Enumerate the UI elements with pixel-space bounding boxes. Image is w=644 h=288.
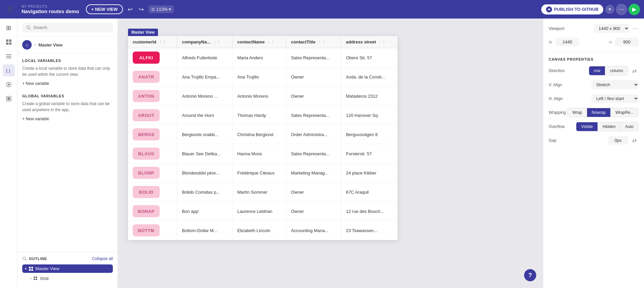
halign-select[interactable]: Left / flex-start [591, 94, 639, 103]
w-label: W [549, 40, 552, 44]
publish-button[interactable]: ⎈ PUBLISH TO GITHUB [541, 4, 603, 14]
col-companyName[interactable]: companyNa... ↑ ⋮ [177, 36, 232, 48]
topbar-actions: ⎈ PUBLISH TO GITHUB ▾ ⋯ ▶ [541, 4, 640, 15]
direction-column-button[interactable]: column [605, 66, 628, 75]
cell-addressStreet: Mataderos 2312 [341, 87, 397, 106]
h-input[interactable] [615, 38, 639, 46]
chevron-down-icon: ▾ [25, 267, 27, 270]
col-contactTitle[interactable]: contactTitle ↑ ⋮ [286, 36, 341, 48]
gap-swap-button[interactable]: ⇄ [630, 136, 639, 144]
overflow-row: Overflow Visible Hidden Auto [549, 122, 639, 131]
viewport-select[interactable]: 1440 x 900 [594, 24, 629, 33]
data-icon-button[interactable] [3, 50, 15, 62]
outline-grid-item[interactable]: › Grid [22, 274, 113, 283]
wrap-button[interactable]: Wrap [568, 108, 587, 117]
outline-master-view-item[interactable]: ▾ Master View [22, 264, 113, 273]
canvas-frame: Master View customerId ↑ ⋮ companyNa... … [128, 29, 397, 240]
cell-contactTitle: Owner [286, 202, 341, 221]
global-variables-title: GLOBAL VARIABLES [22, 94, 113, 98]
cell-contactTitle: Sales Representa... [286, 48, 341, 67]
cell-addressStreet: 120 Hanover Sq. [341, 106, 397, 125]
visible-button[interactable]: Visible [576, 122, 598, 131]
layers-icon-button[interactable]: ⊞ [3, 22, 15, 34]
menu-icon[interactable]: ☰ [4, 3, 16, 15]
svg-line-15 [25, 259, 26, 260]
undo-button[interactable]: ↩ [126, 4, 134, 14]
cell-contactTitle: Accounting Mana... [286, 221, 341, 240]
customer-badge: BLONP [133, 167, 160, 179]
h-row: H [609, 38, 639, 46]
search-bar [18, 19, 118, 37]
search-input-wrap [22, 23, 113, 32]
cell-contactTitle: Owner [286, 87, 341, 106]
svg-rect-18 [29, 269, 31, 271]
hidden-button[interactable]: Hidden [598, 122, 620, 131]
table-row: BERGS Berglunds snabb... Christina Bergl… [128, 125, 397, 144]
zoom-dropdown-icon: ▾ [169, 7, 171, 12]
cell-customerId: BOLID [128, 183, 177, 202]
search-input[interactable] [33, 25, 109, 30]
wrapre-button[interactable]: WrapRe... [611, 108, 638, 117]
direction-row: Direction row column ⇄ [549, 66, 639, 75]
cell-addressStreet: 23 Tsawassen... [341, 221, 397, 240]
cell-contactName: Thomas Hardy [232, 106, 286, 125]
new-view-button[interactable]: + NEW VIEW [86, 4, 123, 14]
col-customerId[interactable]: customerId ↑ ⋮ [128, 36, 177, 48]
col-contactName[interactable]: contactName ↑ ⋮ [232, 36, 286, 48]
plugins-icon-button[interactable] [3, 78, 15, 91]
publish-dropdown-button[interactable]: ▾ [605, 5, 614, 14]
outline-section: OUTLINE Collapse all ▾ Master View › Gri… [18, 252, 118, 288]
cell-companyName: Blauer See Delika... [177, 144, 232, 163]
components-icon-button[interactable] [3, 36, 15, 48]
nowrap-button[interactable]: Nowrap [587, 108, 611, 117]
svg-rect-11 [7, 97, 10, 100]
variables-icon-button[interactable]: { } [3, 64, 15, 76]
zoom-control[interactable]: ⊙ 113% ▾ [149, 5, 174, 13]
local-variables-title: LOCAL VARIABLES [22, 59, 113, 63]
cell-contactName: Antonio Moreno [232, 87, 286, 106]
w-input[interactable] [555, 38, 579, 46]
gap-row: Gap ⇄ [549, 136, 639, 145]
dimensions-row: W H [549, 38, 639, 46]
valign-select[interactable]: Stretch [591, 80, 639, 89]
svg-rect-17 [31, 267, 33, 268]
play-button[interactable]: ▶ [629, 4, 640, 15]
github-icon: ⎈ [546, 6, 552, 12]
chevron-right-small-icon: › [30, 277, 31, 280]
cell-customerId: BOTTM [128, 221, 177, 240]
gap-controls: ⇄ [608, 136, 639, 145]
icon-sidebar: ⊞ { } [0, 19, 18, 288]
halign-row: H. Align Left / flex-start [549, 94, 639, 103]
data-table: customerId ↑ ⋮ companyNa... ↑ ⋮ contactN… [128, 36, 397, 240]
search-icon [26, 25, 31, 30]
gap-input[interactable] [608, 136, 628, 145]
collapse-all-link[interactable]: Collapse all [92, 256, 113, 261]
svg-rect-6 [6, 58, 11, 58]
cell-addressStreet: 24 place Kléber [341, 163, 397, 183]
cell-contactName: Maria Anders [232, 48, 286, 67]
auto-button[interactable]: Auto [620, 122, 638, 131]
cell-customerId: BERGS [128, 125, 177, 144]
share-button[interactable]: ⋯ [616, 4, 627, 15]
svg-point-9 [8, 84, 10, 86]
cell-contactName: Laurence Lebihan [232, 202, 286, 221]
canvas-area[interactable]: Master View customerId ↑ ⋮ companyNa... … [118, 19, 543, 288]
col-addressStreet[interactable]: address street ↑ ⋮ [341, 36, 397, 48]
main-layout: ⊞ { } ⌂ › Master View L [0, 19, 644, 288]
help-button[interactable]: ? [524, 269, 536, 281]
cell-contactName: Christina Berglund [232, 125, 286, 144]
customer-badge: BERGS [133, 128, 160, 140]
redo-button[interactable]: ↪ [137, 4, 145, 14]
zoom-value: 113% [156, 7, 167, 12]
local-new-variable-link[interactable]: + New variable [22, 81, 49, 86]
direction-controls: row column ⇄ [589, 66, 639, 75]
customer-badge: BONAP [133, 205, 160, 217]
global-variables-desc: Create a global variable to store data t… [22, 101, 113, 113]
viewport-more-button[interactable]: ⋯ [632, 25, 639, 32]
assets-icon-button[interactable] [3, 93, 15, 105]
global-new-variable-link[interactable]: + New variable [22, 117, 49, 121]
direction-row-button[interactable]: row [589, 66, 605, 75]
swap-direction-button[interactable]: ⇄ [630, 67, 639, 75]
overflow-label: Overflow [549, 124, 565, 129]
customer-badge: ANATR [133, 71, 160, 83]
